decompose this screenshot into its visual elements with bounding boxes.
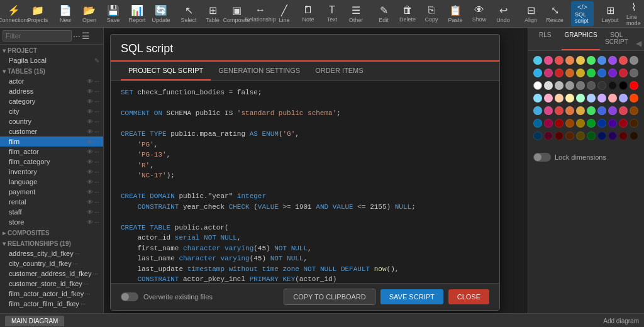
color-swatch[interactable] [587, 56, 596, 65]
toolbar-text[interactable]: T Text [321, 1, 343, 26]
sidebar-item-city[interactable]: city👁··· [0, 106, 103, 116]
toolbar-copy[interactable]: ⎘ Copy [420, 1, 443, 26]
toolbar-update[interactable]: 🔄 Update [150, 1, 172, 26]
color-swatch[interactable] [576, 131, 585, 140]
toolbar-align[interactable]: ⊟ Align [519, 1, 542, 26]
color-swatch[interactable] [576, 81, 585, 90]
toolbar-select[interactable]: ↖ Select [177, 1, 200, 26]
copy-to-clipboard-button[interactable]: COPY TO CLIPBOARD [284, 289, 375, 305]
color-swatch[interactable] [597, 106, 606, 115]
right-panel-expand-icon[interactable]: ◀ [633, 36, 644, 50]
color-swatch[interactable] [565, 106, 574, 115]
color-swatch[interactable] [587, 69, 596, 77]
color-swatch[interactable] [619, 69, 628, 77]
section-composites[interactable]: ▸ COMPOSITES [0, 227, 103, 238]
sidebar-item-country[interactable]: country👁··· [0, 116, 103, 126]
color-swatch[interactable] [608, 106, 617, 115]
color-swatch[interactable] [533, 81, 542, 90]
sidebar-item-film[interactable]: film👁··· [0, 136, 103, 147]
dialog-tab-generation[interactable]: GENERATION SETTINGS [211, 62, 308, 80]
toolbar-show[interactable]: 👁 Show [468, 1, 491, 26]
color-swatch[interactable] [544, 69, 553, 77]
color-swatch[interactable] [555, 94, 564, 103]
color-swatch[interactable] [619, 119, 628, 128]
sidebar-item-project-name[interactable]: Pagila Local ✎ [0, 55, 103, 65]
color-swatch[interactable] [619, 81, 628, 90]
toolbar-projects[interactable]: 📁 Projects [26, 1, 49, 26]
color-swatch[interactable] [565, 69, 574, 77]
color-swatch[interactable] [576, 56, 585, 65]
color-swatch[interactable] [544, 81, 553, 90]
color-swatch[interactable] [630, 119, 638, 128]
color-swatch[interactable] [555, 119, 564, 128]
toolbar-table[interactable]: ⊞ Table [201, 1, 224, 26]
color-swatch[interactable] [544, 131, 553, 140]
main-diagram-tab[interactable]: MAIN DIAGRAM [5, 316, 64, 326]
color-swatch[interactable] [544, 119, 553, 128]
color-swatch[interactable] [597, 131, 606, 140]
color-swatch[interactable] [544, 94, 553, 103]
sidebar-item-rel-film_actor_actor_id_fkey[interactable]: film_actor_actor_id_fkey··· [0, 289, 103, 299]
color-swatch[interactable] [630, 106, 638, 115]
color-swatch[interactable] [544, 56, 553, 65]
color-swatch[interactable] [630, 81, 638, 90]
sidebar-toggle-button[interactable]: ☰ [82, 31, 90, 41]
color-swatch[interactable] [630, 131, 638, 140]
color-swatch[interactable] [565, 56, 574, 65]
color-swatch[interactable] [565, 131, 574, 140]
color-swatch[interactable] [533, 69, 542, 77]
save-script-button[interactable]: SAVE SCRIPT [380, 289, 443, 304]
color-swatch[interactable] [630, 94, 638, 103]
color-swatch[interactable] [619, 56, 628, 65]
sidebar-item-customer[interactable]: customer👁··· [0, 126, 103, 136]
color-swatch[interactable] [533, 131, 542, 140]
color-swatch[interactable] [597, 81, 606, 90]
section-tables[interactable]: ▾ TABLES (15) [0, 65, 103, 76]
sidebar-item-film_category[interactable]: film_category👁··· [0, 157, 103, 167]
color-swatch[interactable] [555, 69, 564, 77]
color-swatch[interactable] [608, 69, 617, 77]
color-swatch[interactable] [630, 56, 638, 65]
color-swatch[interactable] [565, 94, 574, 103]
section-project[interactable]: ▾ PROJECT [0, 45, 103, 55]
color-swatch[interactable] [608, 119, 617, 128]
color-swatch[interactable] [619, 94, 628, 103]
color-swatch[interactable] [555, 131, 564, 140]
color-swatch[interactable] [576, 69, 585, 77]
sidebar-item-inventory[interactable]: inventory👁··· [0, 167, 103, 177]
toolbar-relationship[interactable]: ↔ Relationship [249, 1, 272, 26]
color-swatch[interactable] [630, 69, 638, 77]
toolbar-save[interactable]: 💾 Save [102, 1, 125, 26]
color-swatch[interactable] [565, 81, 574, 90]
color-swatch[interactable] [597, 94, 606, 103]
color-swatch[interactable] [608, 131, 617, 140]
sidebar-item-rel-customer_address_id_fkey[interactable]: customer_address_id_fkey··· [0, 269, 103, 279]
toolbar-sql-script[interactable]: </> SQL script [571, 1, 594, 26]
toolbar-report[interactable]: 📊 Report [126, 1, 148, 26]
color-swatch[interactable] [576, 119, 585, 128]
sidebar-item-film_actor[interactable]: film_actor👁··· [0, 147, 103, 157]
toolbar-undo[interactable]: ↩ Undo [492, 1, 514, 26]
toolbar-line[interactable]: ╱ Line [273, 1, 296, 26]
color-swatch[interactable] [619, 106, 628, 115]
sidebar-item-store[interactable]: store👁··· [0, 217, 103, 227]
color-swatch[interactable] [576, 94, 585, 103]
sidebar-item-address[interactable]: address👁··· [0, 86, 103, 96]
toolbar-layout[interactable]: ⊞ Layout [599, 1, 621, 26]
overwrite-toggle[interactable] [121, 292, 138, 301]
toolbar-note[interactable]: 🗒 Note [297, 1, 319, 26]
dialog-code-content[interactable]: SET check_function_bodies = false; COMME… [111, 81, 499, 283]
color-swatch[interactable] [587, 94, 596, 103]
sidebar-item-staff[interactable]: staff👁··· [0, 207, 103, 217]
section-relationships[interactable]: ▾ RELATIONSHIPS (19) [0, 238, 103, 248]
color-swatch[interactable] [555, 56, 564, 65]
color-swatch[interactable] [533, 94, 542, 103]
color-swatch[interactable] [587, 81, 596, 90]
color-swatch[interactable] [619, 131, 628, 140]
toolbar-other[interactable]: ☰ Other [345, 1, 367, 26]
toolbar-resize[interactable]: ⤡ Resize [543, 1, 566, 26]
color-swatch[interactable] [555, 81, 564, 90]
close-dialog-button[interactable]: CLOSE [448, 289, 489, 304]
color-swatch[interactable] [587, 131, 596, 140]
sidebar-item-rel-city_country_id_fkey[interactable]: city_country_id_fkey··· [0, 258, 103, 269]
